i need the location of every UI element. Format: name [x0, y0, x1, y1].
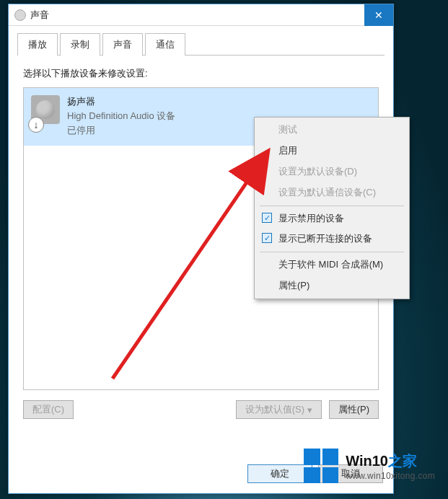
device-text: 扬声器 High Definition Audio 设备 已停用 [67, 95, 175, 137]
watermark: Win10之家 www.win10xitong.com [304, 449, 435, 483]
ctx-set-default-comm[interactable]: 设置为默认通信设备(C) [257, 182, 407, 203]
device-status-badge-icon: ↓ [28, 117, 44, 133]
ctx-separator [260, 206, 404, 206]
device-name: 扬声器 [67, 95, 175, 108]
tab-sounds[interactable]: 声音 [102, 33, 143, 56]
tab-communications[interactable]: 通信 [145, 33, 185, 56]
ctx-test[interactable]: 测试 [257, 120, 407, 141]
device-driver: High Definition Audio 设备 [67, 110, 175, 123]
device-button-row: 配置(C) 设为默认值(S) ▾ 属性(P) [23, 400, 379, 419]
ctx-midi-about[interactable]: 关于软件 MIDI 合成器(M) [257, 255, 407, 275]
device-context-menu: 测试 启用 设置为默认设备(D) 设置为默认通信设备(C) ✓ 显示禁用的设备 … [254, 117, 410, 299]
ctx-enable[interactable]: 启用 [257, 141, 407, 162]
ctx-separator [260, 252, 404, 252]
check-icon: ✓ [262, 213, 272, 223]
windows-logo-icon [304, 449, 338, 483]
content-description: 选择以下播放设备来修改设置: [23, 67, 379, 80]
close-button[interactable]: ✕ [364, 4, 393, 26]
watermark-brand: Win10之家 [346, 451, 435, 471]
ok-button[interactable]: 确定 [247, 464, 312, 483]
tab-playback[interactable]: 播放 [17, 33, 58, 56]
speaker-icon: ↓ [31, 95, 60, 124]
sound-app-icon [14, 9, 26, 21]
ctx-show-disconnected[interactable]: ✓ 显示已断开连接的设备 [257, 229, 407, 250]
ctx-set-default[interactable]: 设置为默认设备(D) [257, 162, 407, 182]
ctx-properties[interactable]: 属性(P) [257, 275, 407, 296]
properties-button[interactable]: 属性(P) [329, 400, 379, 419]
tabbar: 播放 录制 声音 通信 [9, 26, 393, 56]
watermark-url: www.win10xitong.com [346, 471, 435, 481]
tab-recording[interactable]: 录制 [60, 33, 100, 56]
device-status: 已停用 [67, 124, 175, 137]
window-title: 声音 [30, 9, 49, 22]
check-icon: ✓ [262, 233, 272, 243]
configure-button[interactable]: 配置(C) [23, 400, 74, 419]
ctx-show-disabled[interactable]: ✓ 显示禁用的设备 [257, 208, 407, 229]
set-default-button[interactable]: 设为默认值(S) ▾ [236, 400, 322, 419]
titlebar[interactable]: 声音 ✕ [9, 4, 393, 26]
